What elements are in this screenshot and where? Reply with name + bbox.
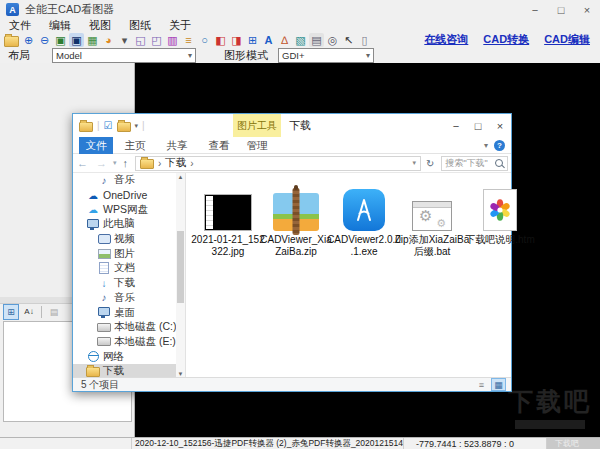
list-icon[interactable]: ≡	[181, 33, 196, 47]
folder-icon[interactable]	[79, 122, 93, 132]
nav-item[interactable]: ♪音乐	[73, 291, 185, 306]
up-icon[interactable]: ↑	[119, 157, 133, 169]
nav-item[interactable]: 桌面	[73, 305, 185, 320]
cad-toolbar: ⊕⊖▣▣▦◕▾◱◰▥≡○◧◨⊞A∆▧▤◎↖▯ 在线咨询CAD转换CAD编辑	[0, 32, 600, 48]
minimize-icon[interactable]: −	[522, 1, 548, 19]
layers-icon[interactable]: ▧	[293, 33, 308, 47]
file-tile-bat[interactable]: ⚙⚙ Zip添加XiaZaiBa后缀.bat	[402, 181, 462, 379]
nav-item[interactable]: 视频	[73, 232, 185, 247]
chevron-down-icon: ▾	[188, 51, 192, 60]
search-input[interactable]: 搜索"下载"	[441, 156, 508, 171]
exe-app-icon	[343, 189, 385, 231]
circle-select-icon[interactable]: ○	[197, 33, 212, 47]
toolbar-link[interactable]: CAD转换	[483, 32, 529, 47]
search-icon[interactable]	[495, 159, 503, 167]
image-split2-icon[interactable]: ◨	[229, 33, 244, 47]
recent-locations-icon[interactable]: ▾	[111, 159, 119, 167]
zip-archive-icon	[273, 193, 319, 231]
status-right-section: 下载吧	[547, 438, 600, 449]
forward-icon[interactable]: →	[92, 157, 111, 169]
status-filename: 2020-12-10_152156-迅捷PDF转换器 (2)_赤兔PDF转换器_…	[132, 438, 404, 449]
close-icon[interactable]: ×	[489, 115, 511, 137]
nav-item[interactable]: 本地磁盘 (E:)	[73, 335, 185, 350]
grid-icon[interactable]: ⊞	[245, 33, 260, 47]
xiazaiba-watermark: 下载吧	[508, 385, 592, 429]
nav-item[interactable]: ♪音乐	[73, 173, 185, 188]
breadcrumb[interactable]: › 下载 › ▾	[135, 156, 421, 171]
window-copy-icon[interactable]: ◱	[133, 33, 148, 47]
zoom-in-icon[interactable]: ⊕	[21, 33, 36, 47]
image-green-icon[interactable]: ▦	[85, 33, 100, 47]
select-arrow-icon[interactable]: ↖	[341, 33, 356, 47]
categorized-icon[interactable]: ⊞	[3, 304, 19, 320]
refresh-icon[interactable]: ↻	[421, 158, 439, 169]
menu-item[interactable]: 视图	[80, 18, 120, 33]
nav-item[interactable]: ↓下载	[73, 276, 185, 291]
picture-tools-tab[interactable]: 图片工具	[233, 114, 281, 137]
ribbon-tab-row: 文件 主页 共享 查看 管理 ▾ ?	[73, 137, 511, 154]
close-icon[interactable]: ×	[574, 1, 600, 19]
nav-item[interactable]: 本地磁盘 (C:)	[73, 320, 185, 335]
graphics-mode-select[interactable]: GDI+ ▾	[278, 48, 374, 63]
thumbnails-view-icon[interactable]: ▦	[491, 378, 506, 391]
nav-scrollbar[interactable]: ▲ ▼	[176, 173, 185, 379]
ribbon-collapse-icon[interactable]: ▾	[484, 141, 488, 150]
menu-item[interactable]: 关于	[160, 18, 200, 33]
nav-item[interactable]: ☁OneDrive	[73, 188, 185, 203]
image-dark-icon[interactable]: ▣	[69, 33, 84, 47]
tab-file[interactable]: 文件	[79, 137, 113, 154]
nav-item-label: 文档	[114, 261, 135, 275]
alphabetical-sort-icon[interactable]: A↓	[21, 304, 37, 320]
menu-item[interactable]: 编辑	[40, 18, 80, 33]
scroll-up-icon[interactable]: ▲	[176, 173, 185, 182]
toolbar-link[interactable]: 在线咨询	[424, 32, 468, 47]
scrollbar-thumb[interactable]	[177, 231, 184, 303]
file-tile-jpg[interactable]: 2021-01-21_152322.jpg	[198, 181, 258, 379]
breadcrumb-item-downloads[interactable]: 下载	[165, 156, 186, 170]
toolbar-link[interactable]: CAD编辑	[544, 32, 590, 47]
details-view-icon[interactable]: ≡	[474, 378, 489, 391]
text-icon[interactable]: A	[261, 33, 276, 47]
window-paste-icon[interactable]: ◰	[149, 33, 164, 47]
dropdown-icon[interactable]: ▾	[117, 33, 132, 47]
color-wheel-icon[interactable]: ◕	[101, 33, 116, 47]
measure-icon[interactable]: ∆	[277, 33, 292, 47]
nav-item[interactable]: 网络	[73, 349, 185, 364]
print-icon[interactable]: ▤	[309, 33, 324, 47]
file-tile-htm[interactable]: 下载吧说明.htm	[470, 181, 530, 379]
nav-item[interactable]: 此电脑	[73, 217, 185, 232]
stamp-icon[interactable]: ▥	[165, 33, 180, 47]
properties-check-icon[interactable]: ☑	[104, 120, 113, 131]
file-tile-zip[interactable]: CADViewer_XiaZaiBa.zip	[266, 181, 326, 379]
zoom-out-icon[interactable]: ⊖	[37, 33, 52, 47]
open-file-icon[interactable]	[4, 36, 19, 47]
maximize-icon[interactable]: □	[548, 1, 574, 19]
address-dropdown-icon[interactable]: ▾	[413, 159, 417, 167]
nav-item[interactable]: ☁WPS网盘	[73, 202, 185, 217]
new-folder-icon[interactable]	[117, 122, 131, 132]
image-split-icon[interactable]: ◧	[213, 33, 228, 47]
save-image-icon[interactable]: ▣	[53, 33, 68, 47]
property-pages-icon[interactable]: ▤	[46, 304, 62, 320]
videos-icon	[97, 234, 111, 244]
menu-item[interactable]: 图纸	[120, 18, 160, 33]
nav-item-label: 网络	[103, 350, 124, 364]
layout-select[interactable]: Model ▾	[52, 48, 196, 63]
nav-item-label: WPS网盘	[103, 203, 148, 217]
crumb-separator[interactable]: ›	[190, 158, 193, 169]
clipboard-icon[interactable]: ▯	[357, 33, 372, 47]
tab-share[interactable]: 共享	[159, 137, 195, 154]
menu-item[interactable]: 文件	[0, 18, 40, 33]
tab-manage[interactable]: 管理	[239, 137, 275, 154]
maximize-icon[interactable]: □	[467, 115, 489, 137]
chevron-down-icon[interactable]: ▾	[135, 122, 139, 130]
file-tile-exe[interactable]: CADViewer2.0.0.1.exe	[334, 181, 394, 379]
help-icon[interactable]: ?	[494, 140, 505, 151]
tab-view[interactable]: 查看	[201, 137, 237, 154]
tab-home[interactable]: 主页	[117, 137, 153, 154]
back-icon[interactable]: ←	[73, 157, 92, 169]
minimize-icon[interactable]: −	[445, 115, 467, 137]
nav-item[interactable]: 文档	[73, 261, 185, 276]
target-icon[interactable]: ◎	[325, 33, 340, 47]
nav-item[interactable]: 图片	[73, 246, 185, 261]
